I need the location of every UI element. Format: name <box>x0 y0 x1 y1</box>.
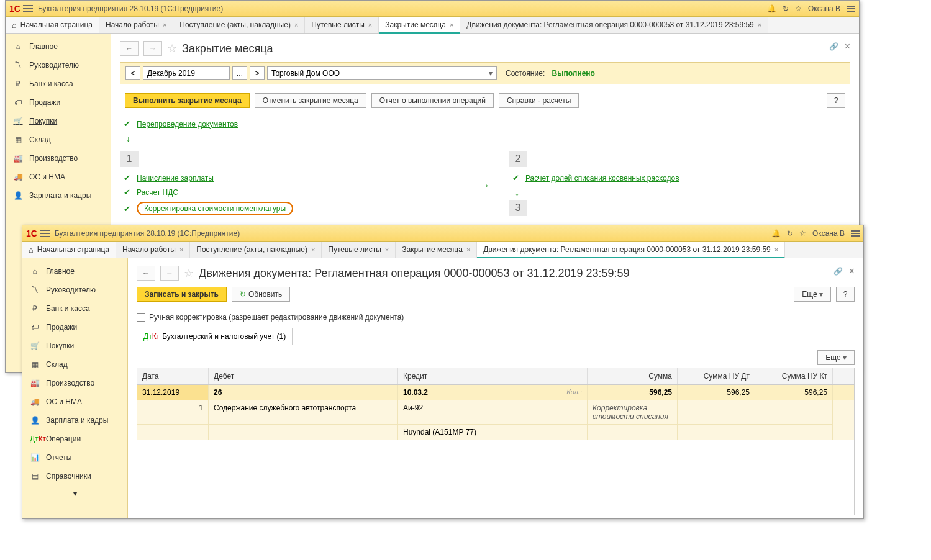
favorite-icon[interactable]: ☆ <box>167 42 177 55</box>
sidebar-warehouse[interactable]: ▦Склад <box>6 130 111 149</box>
run-closing-button[interactable]: Выполнить закрытие месяца <box>125 93 250 108</box>
subtab-accounting[interactable]: ДтКтБухгалтерский и налоговый учет (1) <box>137 328 293 345</box>
table-row[interactable]: 31.12.2019 26 10.03.2Кол.: 596,25 596,25… <box>137 385 854 400</box>
save-close-button[interactable]: Записать и закрыть <box>137 287 227 302</box>
sidebar-warehouse[interactable]: ▦Склад <box>22 355 127 374</box>
org-field[interactable]: Торговый Дом ООО▾ <box>267 66 497 80</box>
link-icon[interactable]: 🔗 <box>833 267 843 276</box>
op-indirect[interactable]: Расчет долей списания косвенных расходов <box>525 174 679 183</box>
sidebar-production[interactable]: 🏭Производство <box>22 374 127 392</box>
period-select[interactable]: ... <box>232 66 247 80</box>
settings-icon[interactable] <box>851 230 860 237</box>
th-sum[interactable]: Сумма <box>588 368 678 384</box>
tab-closing[interactable]: Закрытие месяца× <box>379 17 460 34</box>
tab-home[interactable]: ⌂Начальная страница <box>6 17 99 33</box>
close-icon[interactable]: × <box>758 21 761 29</box>
op-nds[interactable]: Расчет НДС <box>137 188 178 197</box>
sidebar: ⌂Главное 〽Руководителю ₽Банк и касса 🏷Пр… <box>22 258 128 518</box>
nav-forward[interactable]: → <box>160 266 179 281</box>
nav-back[interactable]: ← <box>120 41 139 56</box>
tab-start[interactable]: Начало работы× <box>116 242 190 258</box>
history-icon[interactable]: ↻ <box>787 229 793 238</box>
op-reprov[interactable]: Перепроведение документов <box>137 120 238 129</box>
link-icon[interactable]: 🔗 <box>829 42 838 51</box>
table-more-button[interactable]: Еще ▾ <box>817 350 855 365</box>
th-sumdt[interactable]: Сумма НУ Дт <box>678 368 755 384</box>
close-icon[interactable]: × <box>179 246 183 253</box>
close-icon[interactable]: × <box>368 21 372 29</box>
tab-purchase[interactable]: Поступление (акты, накладные)× <box>190 242 322 258</box>
sidebar-hr[interactable]: 👤Зарплата и кадры <box>6 186 111 205</box>
user-label[interactable]: Оксана В <box>808 4 840 13</box>
op-korr[interactable]: Корректировка стоимости номенклатуры <box>144 204 286 213</box>
table-row[interactable]: Huyndai (А151МР 77) <box>137 425 854 440</box>
sidebar-main[interactable]: ⌂Главное <box>22 262 127 281</box>
cancel-closing-button[interactable]: Отменить закрытие месяца <box>255 93 366 108</box>
sidebar-ops[interactable]: ДтКтОперации <box>22 430 127 448</box>
menu-icon[interactable] <box>40 230 50 237</box>
sidebar-expand[interactable]: ▾ <box>22 485 127 502</box>
close-icon[interactable]: × <box>294 21 298 29</box>
th-date[interactable]: Дата <box>137 368 209 384</box>
close-icon[interactable]: × <box>466 246 470 253</box>
period-field[interactable]: Декабрь 2019 <box>143 66 230 80</box>
star-icon[interactable]: ☆ <box>795 4 802 13</box>
manual-edit-checkbox[interactable] <box>137 313 145 322</box>
sidebar-assets[interactable]: 🚚ОС и НМА <box>6 168 111 186</box>
cart-icon: 🛒 <box>13 117 23 125</box>
table-row[interactable]: 1 Содержание служебного автотранспорта А… <box>137 400 854 425</box>
more-button[interactable]: Еще ▾ <box>794 287 831 302</box>
close-icon[interactable]: × <box>385 246 389 253</box>
close-icon[interactable]: × <box>163 21 166 29</box>
prev-period[interactable]: < <box>125 66 140 80</box>
sidebar-production[interactable]: 🏭Производство <box>6 149 111 168</box>
history-icon[interactable]: ↻ <box>783 4 789 13</box>
nav-forward[interactable]: → <box>143 41 162 56</box>
sidebar-manager[interactable]: 〽Руководителю <box>22 281 127 299</box>
favorite-icon[interactable]: ☆ <box>184 266 194 280</box>
th-debit[interactable]: Дебет <box>209 368 398 384</box>
close-button[interactable]: × <box>849 266 855 277</box>
tabstrip: ⌂Начальная страница Начало работы× Посту… <box>6 17 859 34</box>
sidebar-refs[interactable]: ▤Справочники <box>22 467 127 485</box>
report-button[interactable]: Отчет о выполнении операций <box>371 93 494 108</box>
refresh-button[interactable]: ↻Обновить <box>232 287 290 302</box>
tab-movements[interactable]: Движения документа: Регламентная операци… <box>460 17 768 33</box>
tab-start[interactable]: Начало работы× <box>99 17 173 33</box>
close-icon[interactable]: × <box>774 246 778 253</box>
sidebar-purchases[interactable]: 🛒Покупки <box>6 112 111 130</box>
tab-purchase[interactable]: Поступление (акты, накладные)× <box>173 17 305 33</box>
settings-icon[interactable] <box>847 6 855 12</box>
close-icon[interactable]: × <box>450 21 453 29</box>
menu-icon[interactable] <box>23 5 33 12</box>
tab-home[interactable]: ⌂Начальная страница <box>22 242 116 258</box>
close-icon[interactable]: × <box>311 246 315 253</box>
tab-movements[interactable]: Движения документа: Регламентная операци… <box>477 242 785 258</box>
op-salary[interactable]: Начисление зарплаты <box>137 174 214 183</box>
sidebar-reports[interactable]: 📊Отчеты <box>22 448 127 467</box>
th-credit[interactable]: Кредит <box>398 368 588 384</box>
help-button[interactable]: ? <box>836 287 855 302</box>
sidebar-assets[interactable]: 🚚ОС и НМА <box>22 392 127 411</box>
sidebar-sales[interactable]: 🏷Продажи <box>22 318 127 336</box>
sidebar-bank[interactable]: ₽Банк и касса <box>22 299 127 318</box>
tab-waybills[interactable]: Путевые листы× <box>305 17 379 33</box>
tab-waybills[interactable]: Путевые листы× <box>322 242 396 258</box>
sidebar-main[interactable]: ⌂Главное <box>6 37 111 56</box>
th-sumkt[interactable]: Сумма НУ Кт <box>755 368 833 384</box>
sidebar-bank[interactable]: ₽Банк и касса <box>6 75 111 93</box>
bell-icon[interactable]: 🔔 <box>771 229 781 238</box>
tab-closing[interactable]: Закрытие месяца× <box>396 242 477 258</box>
user-label[interactable]: Оксана В <box>812 229 845 238</box>
bell-icon[interactable]: 🔔 <box>767 4 776 13</box>
help-button[interactable]: ? <box>827 93 845 108</box>
sidebar-sales[interactable]: 🏷Продажи <box>6 93 111 112</box>
star-icon[interactable]: ☆ <box>799 229 806 238</box>
nav-back[interactable]: ← <box>137 266 155 281</box>
next-period[interactable]: > <box>250 66 265 80</box>
close-button[interactable]: × <box>845 41 850 52</box>
sidebar-purchases[interactable]: 🛒Покупки <box>22 336 127 355</box>
sidebar-hr[interactable]: 👤Зарплата и кадры <box>22 411 127 430</box>
sprav-button[interactable]: Справки - расчеты <box>499 93 579 108</box>
sidebar-manager[interactable]: 〽Руководителю <box>6 56 111 75</box>
